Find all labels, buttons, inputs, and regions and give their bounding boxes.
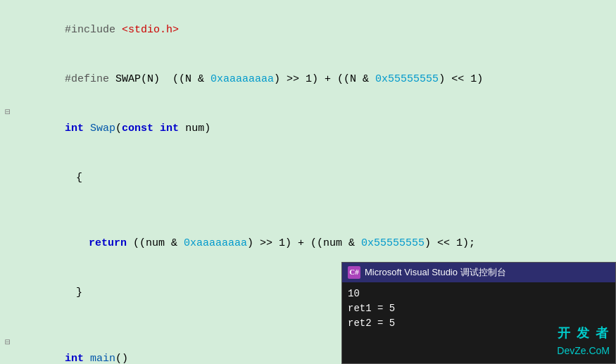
fn-swap: Swap (90, 123, 115, 134)
code-text-6: return ((num & 0xaaaaaaaa) >> 1) + ((num… (25, 219, 616, 268)
gutter-2 (0, 65, 15, 65)
hex4: 0x55555555 (361, 237, 425, 249)
console-output-1: 10 (348, 287, 610, 301)
sp2 (153, 123, 160, 134)
console-output-2: ret1 = 5 (348, 301, 610, 316)
gutter-9: ⊟ (0, 335, 15, 350)
code-text-4: { (25, 153, 616, 202)
console-icon-label: C# (349, 266, 358, 278)
code-line-5 (0, 202, 616, 219)
hex1: 0xaaaaaaaa (210, 73, 274, 85)
console-title: Microsoft Visual Studio 调试控制台 (365, 265, 506, 280)
brace-close-1: } (76, 287, 82, 299)
code-line-2: #define SWAP(N) ((N & 0xaaaaaaaa) >> 1) … (0, 55, 616, 104)
main-params: () (115, 353, 128, 364)
code-text-3: int Swap(const int num) (25, 104, 616, 153)
gutter-7 (0, 278, 15, 279)
editor-area: #include <stdio.h> #define SWAP(N) ((N &… (0, 0, 616, 364)
gutter-4 (0, 163, 15, 163)
code-text-1: #include <stdio.h> (25, 6, 616, 55)
kw-return1: return (89, 237, 127, 249)
gutter-8 (0, 327, 15, 328)
code-line-6: return ((num & 0xaaaaaaaa) >> 1) + ((num… (0, 219, 616, 268)
console-titlebar: C# Microsoft Visual Studio 调试控制台 (342, 263, 615, 282)
hex3: 0xaaaaaaaa (184, 237, 247, 249)
console-app-icon: C# (348, 266, 360, 279)
gutter-1 (0, 15, 15, 16)
watermark-line1: 开 发 者 (557, 324, 610, 344)
ret-op1: ) >> 1) + ((num & (247, 237, 361, 249)
ret-op2: ) << 1); (425, 237, 475, 249)
brace-open-1: { (76, 172, 82, 184)
define-macro: SWAP(N) ((N & (115, 73, 210, 85)
code-line-1: #include <stdio.h> (0, 6, 616, 55)
watermark: 开 发 者 DevZe.CoM (557, 324, 610, 359)
code-line-3: ⊟ int Swap(const int num) (0, 104, 616, 153)
hex2: 0x55555555 (375, 73, 439, 85)
op1: ) >> 1) + ((N & (274, 73, 375, 85)
include-file: <stdio.h> (122, 24, 179, 36)
swap-param-name: num) (179, 123, 210, 134)
code-line-4: { (0, 153, 616, 202)
kw-int-swap: int (65, 123, 84, 134)
gutter-3: ⊟ (0, 105, 15, 120)
code-text-2: #define SWAP(N) ((N & 0xaaaaaaaa) >> 1) … (25, 55, 616, 104)
swap-params: ( (115, 123, 122, 134)
code-text-5 (25, 202, 616, 218)
space1 (84, 123, 90, 134)
kw-const: const (122, 123, 153, 134)
sp-main (84, 353, 90, 364)
kw-int-main: int (65, 353, 84, 364)
fn-main: main (90, 353, 115, 364)
console-window: C# Microsoft Visual Studio 调试控制台 10 ret1… (341, 262, 616, 364)
return-expr1: ((num & (127, 237, 184, 249)
pp-define: #define (65, 73, 115, 85)
kw-int2: int (160, 123, 179, 134)
gutter-5 (0, 212, 15, 213)
op2: ) << 1) (439, 73, 483, 85)
gutter-6 (0, 229, 15, 230)
watermark-line2: DevZe.CoM (557, 344, 610, 359)
pp-include: #include (65, 24, 122, 36)
